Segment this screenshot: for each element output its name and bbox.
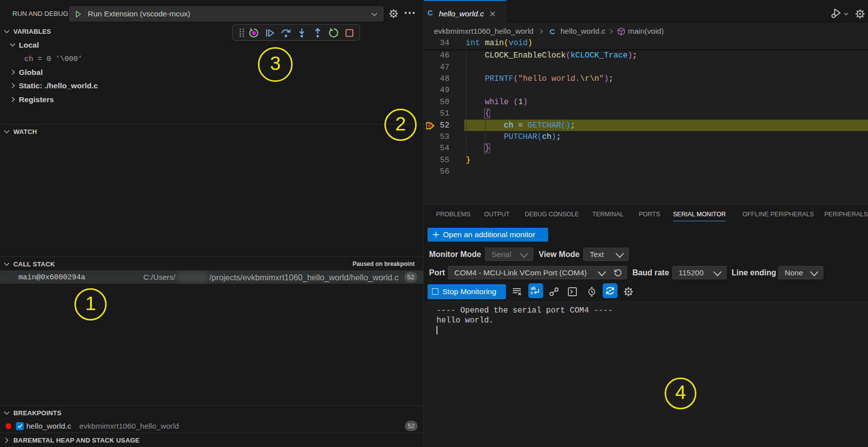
svg-text:c: c (531, 290, 533, 295)
